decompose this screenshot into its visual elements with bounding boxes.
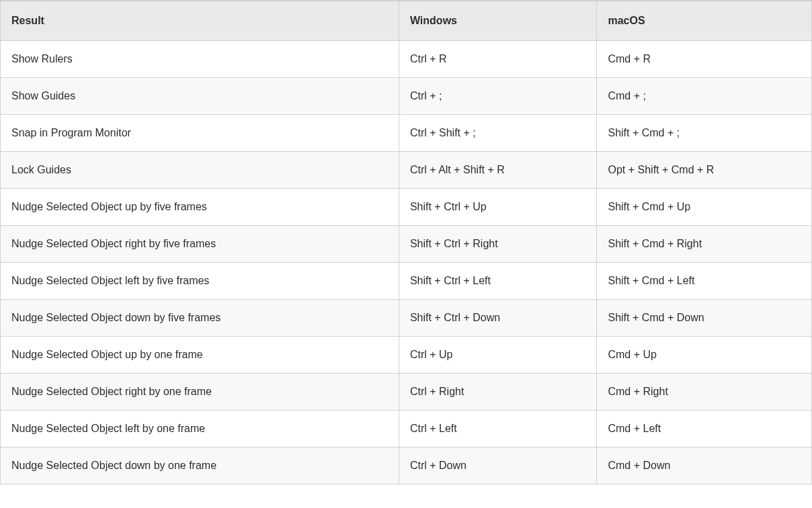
cell-macos: Cmd + ; <box>597 78 811 115</box>
table-row: Snap in Program Monitor Ctrl + Shift + ;… <box>1 115 811 152</box>
table-row: Show Guides Ctrl + ; Cmd + ; <box>1 78 811 115</box>
cell-result: Show Rulers <box>1 41 399 78</box>
cell-macos: Shift + Cmd + Left <box>597 263 811 300</box>
table-row: Nudge Selected Object right by one frame… <box>1 374 811 411</box>
header-macos: macOS <box>597 1 811 41</box>
cell-result: Snap in Program Monitor <box>1 115 399 152</box>
cell-macos: Cmd + R <box>597 41 811 78</box>
table-row: Nudge Selected Object left by five frame… <box>1 263 811 300</box>
cell-macos: Cmd + Right <box>597 374 811 411</box>
table-row: Nudge Selected Object right by five fram… <box>1 226 811 263</box>
cell-result: Nudge Selected Object right by one frame <box>1 374 399 411</box>
cell-macos: Shift + Cmd + Right <box>597 226 811 263</box>
cell-windows: Ctrl + Up <box>399 337 598 374</box>
cell-windows: Ctrl + R <box>399 41 598 78</box>
cell-result: Nudge Selected Object right by five fram… <box>1 226 399 263</box>
shortcuts-table: Result Windows macOS Show Rulers Ctrl + … <box>0 0 812 484</box>
cell-windows: Shift + Ctrl + Right <box>399 226 598 263</box>
table-row: Nudge Selected Object down by five frame… <box>1 300 811 337</box>
cell-windows: Ctrl + Alt + Shift + R <box>399 152 598 189</box>
cell-windows: Ctrl + Down <box>399 448 598 484</box>
cell-windows: Ctrl + Right <box>399 374 598 411</box>
table-header-row: Result Windows macOS <box>1 1 811 41</box>
table-row: Nudge Selected Object down by one frame … <box>1 448 811 484</box>
cell-result: Nudge Selected Object up by one frame <box>1 337 399 374</box>
table-row: Nudge Selected Object up by five frames … <box>1 189 811 226</box>
table-row: Nudge Selected Object up by one frame Ct… <box>1 337 811 374</box>
cell-macos: Opt + Shift + Cmd + R <box>597 152 811 189</box>
cell-result: Nudge Selected Object down by one frame <box>1 448 399 484</box>
table-row: Nudge Selected Object left by one frame … <box>1 411 811 448</box>
cell-macos: Shift + Cmd + Up <box>597 189 811 226</box>
cell-windows: Ctrl + Shift + ; <box>399 115 598 152</box>
cell-result: Nudge Selected Object down by five frame… <box>1 300 399 337</box>
cell-windows: Shift + Ctrl + Down <box>399 300 598 337</box>
cell-windows: Ctrl + Left <box>399 411 598 448</box>
cell-result: Nudge Selected Object left by five frame… <box>1 263 399 300</box>
cell-macos: Cmd + Down <box>597 448 811 484</box>
cell-macos: Shift + Cmd + ; <box>597 115 811 152</box>
header-result: Result <box>1 1 399 41</box>
cell-macos: Cmd + Up <box>597 337 811 374</box>
table-row: Lock Guides Ctrl + Alt + Shift + R Opt +… <box>1 152 811 189</box>
cell-windows: Ctrl + ; <box>399 78 598 115</box>
cell-macos: Shift + Cmd + Down <box>597 300 811 337</box>
table-row: Show Rulers Ctrl + R Cmd + R <box>1 41 811 78</box>
cell-result: Show Guides <box>1 78 399 115</box>
header-windows: Windows <box>399 1 598 41</box>
cell-result: Nudge Selected Object left by one frame <box>1 411 399 448</box>
cell-result: Lock Guides <box>1 152 399 189</box>
cell-windows: Shift + Ctrl + Left <box>399 263 598 300</box>
cell-result: Nudge Selected Object up by five frames <box>1 189 399 226</box>
cell-windows: Shift + Ctrl + Up <box>399 189 598 226</box>
cell-macos: Cmd + Left <box>597 411 811 448</box>
